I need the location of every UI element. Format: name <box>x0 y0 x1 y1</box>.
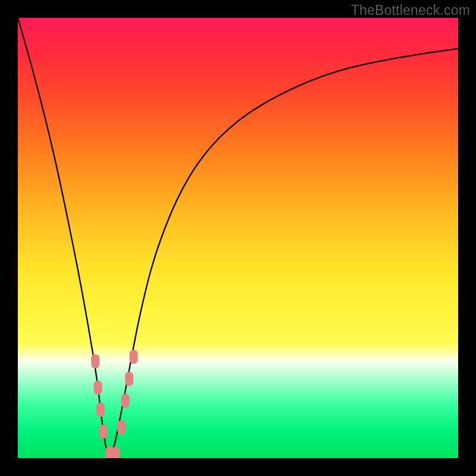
curve-marker <box>117 420 126 434</box>
curve-marker <box>121 394 130 408</box>
curve-marker <box>125 372 133 386</box>
chart-frame: TheBottleneck.com <box>0 0 476 476</box>
curve-marker <box>111 447 120 458</box>
curve-marker <box>91 354 99 368</box>
plot-area <box>18 18 458 458</box>
curve-marker <box>130 350 138 364</box>
watermark-text: TheBottleneck.com <box>351 2 470 18</box>
curve-marker <box>96 403 105 417</box>
curve-marker <box>99 425 108 439</box>
bottleneck-curve <box>18 18 458 456</box>
curve-marker <box>94 381 102 395</box>
curve-svg <box>18 18 458 458</box>
